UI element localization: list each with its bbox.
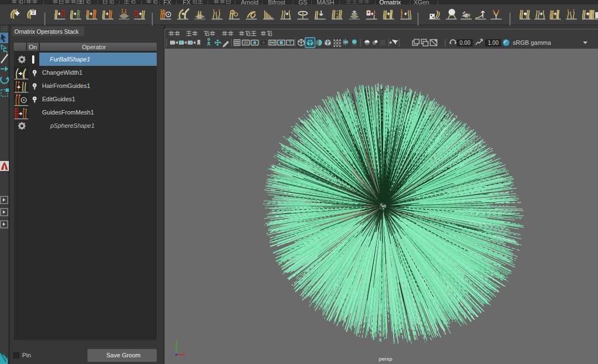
svg-text:FX: FX	[163, 0, 172, 4]
svg-text:y: y	[176, 340, 178, 344]
svg-text:Bifrost: Bifrost	[268, 0, 285, 4]
svg-text:MASH: MASH	[317, 0, 334, 4]
svg-text:XGen: XGen	[414, 0, 429, 4]
svg-text:Ornatrix: Ornatrix	[379, 0, 401, 4]
svg-text:T: T	[288, 40, 292, 45]
svg-text:Arnold: Arnold	[241, 0, 259, 4]
svg-text:GS: GS	[298, 0, 307, 4]
svg-text:FX: FX	[183, 0, 191, 4]
svg-text:x: x	[183, 350, 185, 354]
